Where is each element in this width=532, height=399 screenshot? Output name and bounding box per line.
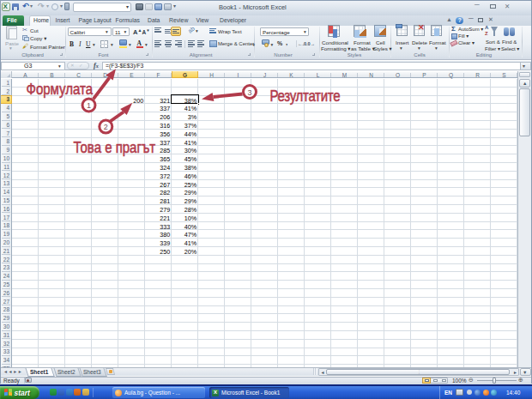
svg-text:3: 3 [247, 88, 251, 97]
svg-text:2: 2 [104, 123, 108, 131]
svg-text:1: 1 [87, 101, 91, 110]
